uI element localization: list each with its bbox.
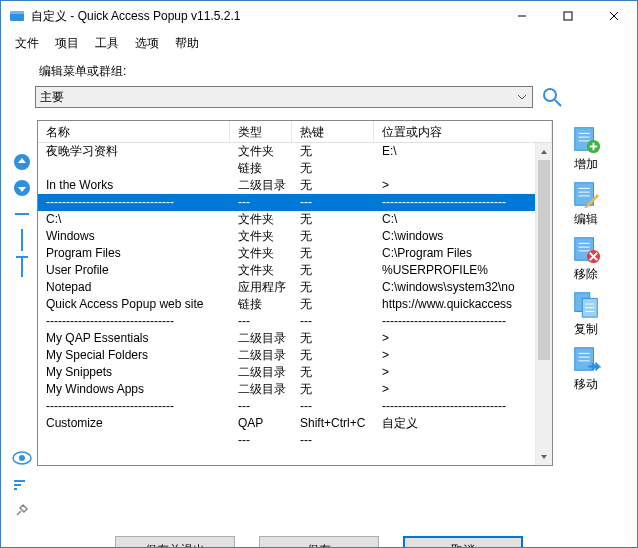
cell-hotkey: 无	[292, 330, 374, 347]
table-row[interactable]: CustomizeQAPShift+Ctrl+C自定义	[38, 415, 552, 432]
move-up-button[interactable]	[12, 152, 32, 172]
table-row[interactable]: Program Files文件夹无C:\Program Files	[38, 245, 552, 262]
minimize-button[interactable]	[499, 1, 545, 31]
cell-hotkey: 无	[292, 279, 374, 296]
cell-name: --------------------------------	[38, 194, 230, 211]
edit-menu-label: 编辑菜单或群组:	[39, 63, 627, 80]
cell-loc: https://www.quickaccess	[374, 296, 552, 313]
table-row[interactable]: In the Works二级目录无>	[38, 177, 552, 194]
cell-name: Quick Access Popup web site	[38, 296, 230, 313]
list-header: 名称 类型 热键 位置或内容	[38, 121, 552, 143]
save-button[interactable]: 保存	[259, 536, 379, 548]
edit-button[interactable]: 编辑	[571, 179, 601, 228]
cell-name: C:\	[38, 211, 230, 228]
menu-file[interactable]: 文件	[7, 33, 47, 54]
close-button[interactable]	[591, 1, 637, 31]
cell-loc: C:\windows\system32\no	[374, 279, 552, 296]
table-row[interactable]: ----------------------------------------…	[38, 398, 552, 415]
menu-project[interactable]: 项目	[47, 33, 87, 54]
table-row[interactable]: My Special Folders二级目录无>	[38, 347, 552, 364]
table-row[interactable]: ----------------------------------------…	[38, 313, 552, 330]
cell-type: 文件夹	[230, 228, 292, 245]
titlebar: 自定义 - Quick Access Popup v11.5.2.1	[1, 1, 637, 31]
text-column-icon[interactable]	[12, 256, 32, 276]
cell-loc: C:\	[374, 211, 552, 228]
remove-button[interactable]: 移除	[571, 234, 601, 283]
table-row[interactable]: C:\文件夹无C:\	[38, 211, 552, 228]
edit-label: 编辑	[574, 211, 598, 228]
left-toolbar	[11, 120, 33, 520]
cell-type: 二级目录	[230, 364, 292, 381]
cell-type: QAP	[230, 415, 292, 432]
table-row[interactable]: ----------------------------------------…	[38, 194, 552, 211]
add-button[interactable]: 增加	[571, 124, 601, 173]
table-row[interactable]: 链接无	[38, 160, 552, 177]
cell-type: 链接	[230, 160, 292, 177]
menu-help[interactable]: 帮助	[167, 33, 207, 54]
table-row[interactable]: My Snippets二级目录无>	[38, 364, 552, 381]
move-down-button[interactable]	[12, 178, 32, 198]
table-row[interactable]: Windows文件夹无C:\windows	[38, 228, 552, 245]
col-location[interactable]: 位置或内容	[374, 121, 552, 142]
table-row[interactable]: Quick Access Popup web site链接无https://ww…	[38, 296, 552, 313]
cell-hotkey: 无	[292, 381, 374, 398]
cancel-button[interactable]: 取消	[403, 536, 523, 548]
menubar: 文件 项目 工具 选项 帮助	[1, 31, 637, 55]
cell-hotkey: 无	[292, 364, 374, 381]
save-exit-button[interactable]: 保存并退出	[115, 536, 235, 548]
move-label: 移动	[574, 376, 598, 393]
cell-name: User Profile	[38, 262, 230, 279]
table-row[interactable]: 夜晚学习资料文件夹无E:\	[38, 143, 552, 160]
cell-name: My QAP Essentials	[38, 330, 230, 347]
menu-options[interactable]: 选项	[127, 33, 167, 54]
list-body[interactable]: 夜晚学习资料文件夹无E:\链接无In the Works二级目录无>------…	[38, 143, 552, 465]
search-button[interactable]	[539, 84, 565, 110]
pin-icon[interactable]	[12, 500, 32, 520]
col-hotkey[interactable]: 热键	[292, 121, 374, 142]
table-row[interactable]: Notepad应用程序无C:\windows\system32\no	[38, 279, 552, 296]
cell-hotkey: 无	[292, 347, 374, 364]
cell-loc: E:\	[374, 143, 552, 160]
sort-icon[interactable]	[12, 474, 32, 494]
cell-loc: %USERPROFILE%	[374, 262, 552, 279]
cell-name: My Special Folders	[38, 347, 230, 364]
scroll-up-button[interactable]	[536, 143, 552, 160]
cell-type: 文件夹	[230, 245, 292, 262]
cell-loc: C:\Program Files	[374, 245, 552, 262]
cell-loc	[374, 160, 552, 177]
cell-name: --------------------------------	[38, 398, 230, 415]
favorites-list[interactable]: 名称 类型 热键 位置或内容 夜晚学习资料文件夹无E:\链接无In the Wo…	[37, 120, 553, 466]
table-row[interactable]: My QAP Essentials二级目录无>	[38, 330, 552, 347]
cell-hotkey: 无	[292, 296, 374, 313]
cell-loc: >	[374, 177, 552, 194]
svg-rect-0	[10, 13, 24, 21]
cell-loc: -------------------------------	[374, 194, 552, 211]
separator-short-icon[interactable]	[12, 204, 32, 224]
menu-group-combo[interactable]: 主要	[35, 86, 533, 108]
svg-point-15	[19, 455, 25, 461]
vertical-scrollbar[interactable]	[535, 143, 552, 465]
cell-name: Windows	[38, 228, 230, 245]
eye-icon[interactable]	[12, 448, 32, 468]
table-row[interactable]: User Profile文件夹无%USERPROFILE%	[38, 262, 552, 279]
separator-tall-icon[interactable]	[12, 230, 32, 250]
cell-hotkey: 无	[292, 262, 374, 279]
col-name[interactable]: 名称	[38, 121, 230, 142]
scroll-thumb[interactable]	[538, 160, 550, 360]
scroll-down-button[interactable]	[536, 448, 552, 465]
col-type[interactable]: 类型	[230, 121, 292, 142]
move-button[interactable]: 移动	[571, 344, 601, 393]
cell-hotkey: 无	[292, 177, 374, 194]
table-row[interactable]: ------	[38, 432, 552, 449]
combo-value: 主要	[40, 89, 64, 106]
cell-loc: >	[374, 347, 552, 364]
copy-button[interactable]: 复制	[571, 289, 601, 338]
maximize-button[interactable]	[545, 1, 591, 31]
cell-name: My Snippets	[38, 364, 230, 381]
table-row[interactable]: My Windows Apps二级目录无>	[38, 381, 552, 398]
cell-type: ---	[230, 313, 292, 330]
cell-loc: >	[374, 381, 552, 398]
cell-hotkey: Shift+Ctrl+C	[292, 415, 374, 432]
menu-tools[interactable]: 工具	[87, 33, 127, 54]
cell-hotkey: ---	[292, 398, 374, 415]
